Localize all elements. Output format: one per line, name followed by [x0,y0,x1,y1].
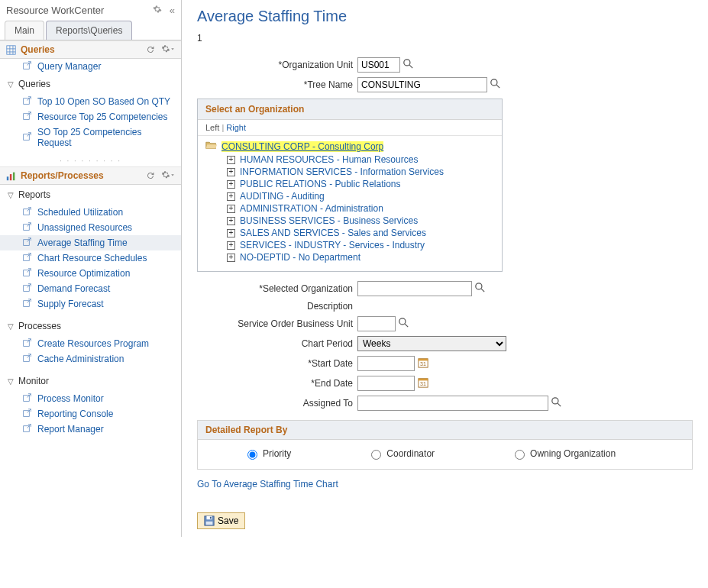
refresh-icon[interactable] [146,45,155,54]
sidebar-item[interactable]: Resource Top 25 Competencies [0,109,181,124]
save-button[interactable]: Save [197,512,245,529]
collapse-icon[interactable]: « [170,5,175,16]
start-date-input[interactable] [357,356,415,371]
sidebar-item-link[interactable]: Process Monitor [37,393,104,404]
group-reports[interactable]: ▽ Reports [0,185,181,205]
detailed-report-box: Detailed Report By Priority Coordinator … [197,420,693,470]
sidebar-item[interactable]: Unassigned Resources [0,220,181,235]
sidebar-item[interactable]: Resource Optimization [0,266,181,281]
refresh-icon[interactable] [146,171,155,180]
sidebar-item[interactable]: Create Resources Program [0,336,181,351]
sidebar-item-link[interactable]: Demand Forecast [37,283,110,294]
sidebar-item[interactable]: Supply Forecast [0,296,181,312]
tree-child-link[interactable]: PUBLIC RELATIONS - Public Relations [240,179,401,189]
sidebar-item-link[interactable]: Reporting Console [37,409,113,419]
tree-child-link[interactable]: ADMINISTRATION - Administration [240,203,383,214]
calendar-icon[interactable]: 31 [418,377,428,390]
pane-divider[interactable]: · · · · · · · · · [0,155,181,166]
radio-coordinator-input[interactable] [371,450,381,460]
assigned-to-input[interactable] [357,396,548,411]
description-label: Description [197,301,357,312]
page-title: Average Staffing Time [197,8,693,25]
group-monitor[interactable]: ▽ Monitor [0,371,181,391]
lookup-icon[interactable] [403,59,413,71]
tab-main[interactable]: Main [5,21,44,40]
goto-chart-link[interactable]: Go To Average Staffing Time Chart [197,479,338,489]
sidebar-item[interactable]: Reporting Console [0,406,181,422]
expand-icon[interactable]: + [227,217,235,225]
tree-child-link[interactable]: AUDITING - Auditing [240,191,325,202]
query-manager-link[interactable]: Query Manager [37,61,101,72]
gear-icon[interactable] [153,5,162,16]
lookup-icon[interactable] [475,283,485,295]
sidebar-item[interactable]: Process Monitor [0,391,181,406]
sidebar-item[interactable]: Report Manager [0,422,181,437]
save-button-label: Save [218,515,238,526]
lookup-icon[interactable] [490,79,500,91]
tree-child-link[interactable]: SALES AND SERVICES - Sales and Services [240,228,426,238]
chevron-down-icon[interactable]: ▽ [8,80,14,89]
tree-name-input[interactable] [357,77,487,92]
expand-icon[interactable]: + [227,156,235,164]
sidebar-item-link[interactable]: Scheduled Utilization [37,207,123,218]
sidebar-item-link[interactable]: Supply Forecast [37,299,104,309]
sidebar-item-link[interactable]: Cache Administration [37,354,124,364]
sidebar-item[interactable]: SO Top 25 Competencies Request [0,124,181,150]
end-date-label: *End Date [197,378,357,389]
select-organization-box: Select an Organization Left | Right CONS… [197,99,503,272]
tree-child-link[interactable]: BUSINESS SERVICES - Business Services [240,215,418,226]
sidebar-item[interactable]: Chart Resource Schedules [0,250,181,266]
sidebar-item[interactable]: Cache Administration [0,351,181,367]
expand-icon[interactable]: + [227,180,235,189]
chevron-down-icon[interactable]: ▽ [8,322,14,331]
chart-period-select[interactable]: Weeks [357,336,506,351]
org-tab-right[interactable]: Right [226,123,246,132]
sidebar-item-link[interactable]: SO Top 25 Competencies Request [37,127,175,148]
lookup-icon[interactable] [399,318,409,330]
folder-open-icon[interactable] [205,141,217,152]
end-date-input[interactable] [357,376,415,391]
group-queries[interactable]: ▽ Queries [0,74,181,94]
expand-icon[interactable]: + [227,192,235,201]
sidebar-item[interactable]: Average Staffing Time [0,235,181,250]
radio-owning-org-input[interactable] [515,450,525,460]
chevron-down-icon[interactable]: ▽ [8,191,14,199]
sidebar-item-link[interactable]: Resource Top 25 Competencies [37,111,168,122]
expand-icon[interactable]: + [227,241,235,250]
tab-reports-queries[interactable]: Reports\Queries [46,21,132,40]
chevron-down-icon[interactable]: ▽ [8,377,14,386]
expand-icon[interactable]: + [227,205,235,213]
radio-owning-org[interactable]: Owning Organization [511,447,616,460]
org-unit-input[interactable] [357,57,400,73]
expand-icon[interactable]: + [227,168,235,176]
sidebar-item-link[interactable]: Create Resources Program [37,338,149,349]
lookup-icon[interactable] [551,397,561,409]
sidebar-item-link[interactable]: Chart Resource Schedules [37,253,147,263]
radio-priority-input[interactable] [247,450,257,460]
group-processes[interactable]: ▽ Processes [0,316,181,336]
sidebar-tabs: Main Reports\Queries [0,21,181,40]
expand-icon[interactable]: + [227,254,235,262]
link-query-manager[interactable]: Query Manager [0,59,181,74]
expand-icon[interactable]: + [227,229,235,237]
selected-org-input[interactable] [357,281,472,296]
sidebar-item[interactable]: Scheduled Utilization [0,205,181,220]
sidebar-item[interactable]: Demand Forecast [0,281,181,296]
sidebar-item-link[interactable]: Unassigned Resources [37,222,132,233]
tree-child-link[interactable]: HUMAN RESOURCES - Human Resources [240,154,418,165]
tree-child-link[interactable]: SERVICES - INDUSTRY - Services - Industr… [240,240,425,250]
tree-child-link[interactable]: NO-DEPTID - No Department [240,252,360,263]
sidebar-item-link[interactable]: Top 10 Open SO Based On QTY [37,96,170,107]
sidebar-item-link[interactable]: Resource Optimization [37,268,130,279]
so-bu-input[interactable] [357,316,396,331]
sidebar-item-link[interactable]: Average Staffing Time [37,237,128,248]
radio-coordinator[interactable]: Coordinator [367,447,435,460]
gear-dropdown-icon[interactable] [161,171,175,180]
gear-dropdown-icon[interactable] [161,45,175,54]
tree-root-link[interactable]: CONSULTING CORP - Consulting Corp [221,141,383,152]
sidebar-item-link[interactable]: Report Manager [37,424,104,435]
sidebar-item[interactable]: Top 10 Open SO Based On QTY [0,94,181,109]
calendar-icon[interactable]: 31 [418,357,428,370]
tree-child-link[interactable]: INFORMATION SERVICES - Information Servi… [240,166,444,177]
radio-priority[interactable]: Priority [244,447,291,460]
